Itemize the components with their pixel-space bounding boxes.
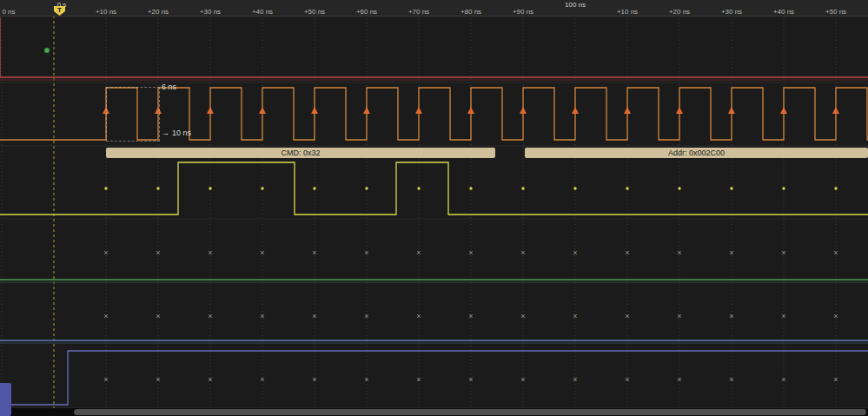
no-data-x-mark: × bbox=[520, 375, 525, 384]
no-data-x-mark: × bbox=[468, 312, 473, 320]
no-data-x-mark: × bbox=[103, 312, 108, 320]
time-label-minor: +40 ns bbox=[252, 8, 273, 16]
no-data-x-mark: × bbox=[833, 248, 838, 257]
no-data-x-mark: × bbox=[312, 375, 316, 384]
rising-edge-arrow-icon bbox=[624, 107, 631, 114]
bottom-scroll-area bbox=[0, 408, 868, 416]
sample-dot bbox=[365, 187, 368, 189]
measurement-selection-box bbox=[106, 87, 160, 142]
rising-edge-arrow-icon bbox=[363, 107, 370, 114]
rising-edge-arrow-icon bbox=[728, 107, 735, 114]
measurement-width-label: 6 ns bbox=[162, 83, 176, 91]
sample-dot bbox=[417, 187, 420, 189]
no-data-x-mark: × bbox=[468, 248, 473, 257]
time-label-minor: +70 ns bbox=[408, 8, 429, 16]
rising-edge-arrow-icon bbox=[467, 107, 474, 114]
time-label-minor: +50 ns bbox=[304, 8, 325, 16]
time-label-minor: +20 ns bbox=[148, 8, 169, 16]
rising-edge-arrow-icon bbox=[415, 107, 422, 114]
no-data-x-mark: × bbox=[677, 248, 681, 257]
sample-dot bbox=[521, 187, 524, 189]
sample-dot bbox=[261, 187, 263, 189]
time-label-minor: +10 ns bbox=[617, 8, 638, 16]
rising-edge-arrow-icon bbox=[676, 107, 683, 114]
trigger-flag-label: T bbox=[57, 6, 62, 14]
no-data-x-mark: × bbox=[520, 248, 525, 257]
time-label-minor: +80 ns bbox=[461, 8, 481, 16]
sample-dot bbox=[209, 187, 211, 189]
no-data-x-mark: × bbox=[364, 375, 368, 384]
measure-arrow-icon: → bbox=[162, 129, 169, 137]
channel-5-trace bbox=[0, 351, 868, 405]
sample-dot bbox=[834, 187, 837, 189]
no-data-x-mark: × bbox=[781, 375, 785, 384]
no-data-x-mark: × bbox=[416, 375, 421, 384]
rising-edge-arrow-icon bbox=[832, 107, 839, 114]
rising-edge-arrow-icon bbox=[311, 107, 318, 114]
no-data-x-mark: × bbox=[833, 375, 838, 384]
rising-edge-arrow-icon bbox=[572, 107, 579, 114]
no-data-x-mark: × bbox=[208, 312, 212, 320]
no-data-x-mark: × bbox=[364, 248, 368, 257]
sample-dot bbox=[678, 187, 680, 189]
no-data-x-mark: × bbox=[103, 375, 108, 384]
no-data-x-mark: × bbox=[625, 248, 629, 257]
channel-0-trace bbox=[0, 17, 868, 77]
no-data-x-mark: × bbox=[103, 248, 108, 257]
no-data-x-mark: × bbox=[781, 248, 785, 257]
no-data-x-mark: × bbox=[156, 312, 160, 320]
sample-dot bbox=[730, 187, 732, 189]
channel-color-chip[interactable] bbox=[0, 383, 11, 416]
rising-edge-arrow-icon bbox=[520, 107, 527, 114]
time-label-minor: +10 ns bbox=[96, 8, 116, 16]
no-data-x-mark: × bbox=[677, 375, 681, 384]
no-data-x-mark: × bbox=[364, 312, 368, 320]
rising-edge-arrow-icon bbox=[259, 107, 266, 114]
no-data-x-mark: × bbox=[833, 312, 838, 320]
no-data-x-mark: × bbox=[677, 312, 681, 320]
time-label-minor: 0 ns bbox=[2, 8, 15, 16]
no-data-x-mark: × bbox=[416, 312, 421, 320]
timeline-ruler[interactable]: 0 s100 ns0 ns+10 ns+20 ns+30 ns+40 ns+50… bbox=[0, 0, 868, 17]
sample-dot bbox=[156, 187, 159, 189]
no-data-x-mark: × bbox=[729, 248, 733, 257]
no-data-x-mark: × bbox=[156, 375, 160, 384]
measurement-period-label: 10 ns bbox=[172, 129, 191, 137]
rising-edge-arrow-icon bbox=[207, 107, 214, 114]
waveform-canvas[interactable]: ××××××××××××××××××××××××××××××××××××××××… bbox=[0, 0, 868, 416]
no-data-x-mark: × bbox=[520, 312, 525, 320]
bus-annotation: Addr: 0x002C00 bbox=[525, 148, 868, 158]
sample-dot bbox=[104, 187, 107, 189]
sample-dot bbox=[782, 187, 785, 189]
horizontal-scrollbar[interactable] bbox=[74, 409, 866, 415]
green-marker-dot[interactable] bbox=[44, 48, 50, 53]
bus-annotation: CMD: 0x32 bbox=[106, 148, 495, 158]
time-label-minor: +20 ns bbox=[669, 8, 690, 16]
time-label-minor: +60 ns bbox=[356, 8, 377, 16]
no-data-x-mark: × bbox=[781, 312, 785, 320]
no-data-x-mark: × bbox=[468, 375, 473, 384]
time-label-minor: +50 ns bbox=[825, 8, 846, 16]
no-data-x-mark: × bbox=[625, 375, 629, 384]
no-data-x-mark: × bbox=[312, 312, 316, 320]
time-label-major: 100 ns bbox=[565, 1, 586, 9]
no-data-x-mark: × bbox=[416, 248, 421, 257]
sample-dot bbox=[626, 187, 628, 189]
no-data-x-mark: × bbox=[260, 375, 264, 384]
no-data-x-mark: × bbox=[260, 248, 264, 257]
no-data-x-mark: × bbox=[260, 312, 264, 320]
rising-edge-arrow-icon bbox=[780, 107, 787, 114]
sample-dot bbox=[313, 187, 315, 189]
sample-dot bbox=[573, 187, 576, 189]
no-data-x-mark: × bbox=[312, 248, 316, 257]
sample-dot bbox=[469, 187, 472, 189]
no-data-x-mark: × bbox=[156, 248, 160, 257]
time-label-minor: +30 ns bbox=[200, 8, 221, 16]
no-data-x-mark: × bbox=[573, 248, 577, 257]
no-data-x-mark: × bbox=[208, 375, 212, 384]
no-data-x-mark: × bbox=[625, 312, 629, 320]
no-data-x-mark: × bbox=[573, 375, 577, 384]
time-label-minor: +30 ns bbox=[721, 8, 742, 16]
no-data-x-mark: × bbox=[729, 375, 733, 384]
no-data-x-mark: × bbox=[208, 248, 212, 257]
